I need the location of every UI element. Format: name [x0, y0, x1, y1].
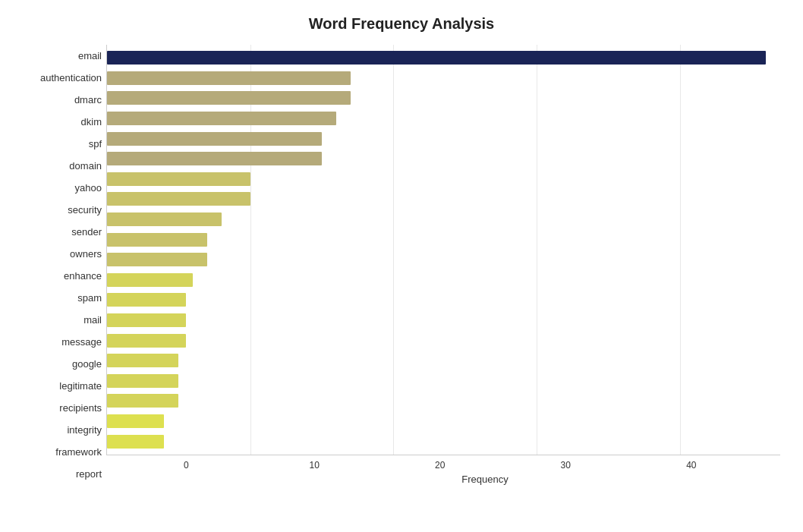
y-label-message: message — [23, 333, 102, 351]
bar-spam — [107, 273, 193, 287]
x-tick-20: 20 — [435, 460, 445, 471]
y-label-recipients: recipients — [23, 399, 102, 417]
bar-message — [107, 313, 186, 327]
x-tick-10: 10 — [310, 460, 320, 471]
bar-domain — [107, 152, 322, 165]
bar-legitimate — [107, 354, 178, 367]
bar-row-integrity — [107, 392, 780, 409]
y-label-security: security — [23, 201, 102, 219]
bar-google — [107, 334, 186, 348]
x-tick-40: 40 — [686, 460, 696, 471]
x-tick-0: 0 — [184, 460, 189, 471]
y-label-spf: spf — [23, 135, 102, 153]
bar-row-spf — [107, 131, 780, 147]
y-label-dkim: dkim — [23, 113, 102, 131]
bar-row-owners — [107, 231, 780, 248]
y-label-report: report — [23, 465, 102, 483]
chart-container: Word Frequency Analysis emailauthenticat… — [0, 0, 803, 532]
y-label-integrity: integrity — [23, 421, 102, 439]
y-label-domain: domain — [23, 157, 102, 175]
y-label-authentication: authentication — [23, 69, 102, 87]
bar-row-authentication — [107, 70, 780, 87]
y-label-google: google — [23, 355, 102, 373]
bar-row-domain — [107, 150, 780, 167]
y-label-email: email — [23, 47, 102, 65]
bar-row-message — [107, 312, 780, 329]
bar-row-legitimate — [107, 352, 780, 369]
bar-row-dkim — [107, 110, 780, 127]
x-axis-label: Frequency — [190, 474, 780, 485]
chart-title: Word Frequency Analysis — [23, 15, 780, 33]
bar-row-google — [107, 332, 780, 349]
bar-sender — [107, 212, 222, 226]
bar-enhance — [107, 253, 207, 266]
bar-spf — [107, 132, 322, 146]
bar-row-spam — [107, 272, 780, 288]
bar-report — [107, 435, 164, 449]
y-label-framework: framework — [23, 443, 102, 461]
bar-row-recipients — [107, 373, 780, 389]
bar-row-dmarc — [107, 90, 780, 106]
bar-integrity — [107, 394, 178, 408]
plot-area — [106, 45, 780, 455]
bar-dmarc — [107, 91, 351, 105]
bar-dkim — [107, 112, 336, 125]
bar-row-enhance — [107, 251, 780, 268]
y-label-sender: sender — [23, 223, 102, 241]
bar-framework — [107, 414, 164, 428]
bar-owners — [107, 233, 207, 247]
y-label-dmarc: dmarc — [23, 91, 102, 109]
bar-recipients — [107, 374, 178, 388]
bar-security — [107, 192, 250, 206]
y-label-yahoo: yahoo — [23, 179, 102, 197]
bar-row-yahoo — [107, 171, 780, 187]
bar-row-sender — [107, 211, 780, 228]
bar-mail — [107, 293, 186, 307]
x-tick-30: 30 — [561, 460, 571, 471]
y-label-legitimate: legitimate — [23, 377, 102, 395]
bar-row-report — [107, 433, 780, 450]
y-label-mail: mail — [23, 311, 102, 329]
bar-row-framework — [107, 413, 780, 430]
bar-yahoo — [107, 172, 250, 186]
y-label-owners: owners — [23, 245, 102, 263]
bar-row-email — [107, 49, 780, 66]
y-axis: emailauthenticationdmarcdkimspfdomainyah… — [23, 45, 106, 485]
y-label-spam: spam — [23, 289, 102, 307]
chart-area: emailauthenticationdmarcdkimspfdomainyah… — [23, 45, 780, 485]
bar-email — [107, 51, 766, 65]
bar-authentication — [107, 71, 351, 85]
y-label-enhance: enhance — [23, 267, 102, 285]
bar-row-security — [107, 190, 780, 207]
bar-row-mail — [107, 291, 780, 308]
